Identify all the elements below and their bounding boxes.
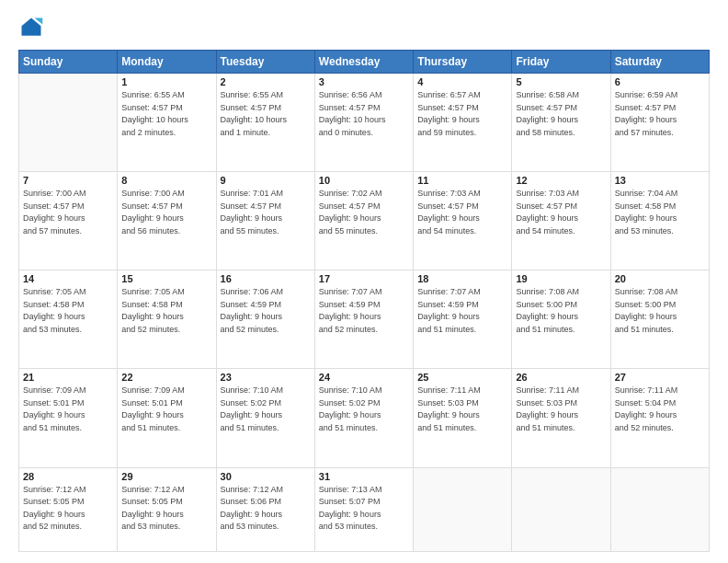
day-number: 7 [23,175,113,186]
day-number: 26 [516,372,606,383]
day-number: 31 [319,471,409,482]
day-number: 2 [221,76,311,87]
day-cell: 14Sunrise: 7:05 AM Sunset: 4:58 PM Dayli… [19,270,118,369]
day-number: 19 [516,273,606,284]
day-info: Sunrise: 7:11 AM Sunset: 5:03 PM Dayligh… [417,385,507,434]
day-info: Sunrise: 7:00 AM Sunset: 4:57 PM Dayligh… [23,188,113,237]
day-info: Sunrise: 7:04 AM Sunset: 4:58 PM Dayligh… [615,188,705,237]
day-cell [512,467,610,551]
day-info: Sunrise: 7:03 AM Sunset: 4:57 PM Dayligh… [516,188,606,237]
day-number: 25 [417,372,507,383]
week-row-2: 14Sunrise: 7:05 AM Sunset: 4:58 PM Dayli… [19,270,710,369]
day-number: 20 [615,273,705,284]
calendar-table: SundayMondayTuesdayWednesdayThursdayFrid… [18,50,710,552]
day-cell: 26Sunrise: 7:11 AM Sunset: 5:03 PM Dayli… [512,369,610,467]
weekday-friday: Friday [512,51,610,74]
day-info: Sunrise: 7:05 AM Sunset: 4:58 PM Dayligh… [23,286,113,336]
day-cell: 9Sunrise: 7:01 AM Sunset: 4:57 PM Daylig… [216,172,314,270]
day-cell [19,74,118,172]
weekday-thursday: Thursday [414,51,512,74]
day-info: Sunrise: 6:57 AM Sunset: 4:57 PM Dayligh… [417,89,507,139]
day-cell: 20Sunrise: 7:08 AM Sunset: 5:00 PM Dayli… [610,270,709,369]
day-info: Sunrise: 7:02 AM Sunset: 4:57 PM Dayligh… [319,188,409,237]
day-cell: 19Sunrise: 7:08 AM Sunset: 5:00 PM Dayli… [512,270,610,369]
day-cell: 2Sunrise: 6:55 AM Sunset: 4:57 PM Daylig… [216,74,314,172]
day-cell: 31Sunrise: 7:13 AM Sunset: 5:07 PM Dayli… [314,467,413,551]
day-number: 1 [121,76,211,87]
day-info: Sunrise: 7:07 AM Sunset: 4:59 PM Dayligh… [319,286,409,336]
day-cell [610,467,709,551]
weekday-monday: Monday [118,51,216,74]
page: SundayMondayTuesdayWednesdayThursdayFrid… [0,0,728,563]
day-number: 28 [23,471,113,482]
day-cell: 13Sunrise: 7:04 AM Sunset: 4:58 PM Dayli… [610,172,709,270]
day-info: Sunrise: 7:10 AM Sunset: 5:02 PM Dayligh… [319,385,409,434]
day-info: Sunrise: 7:12 AM Sunset: 5:06 PM Dayligh… [221,484,311,534]
day-cell: 23Sunrise: 7:10 AM Sunset: 5:02 PM Dayli… [216,369,314,467]
weekday-sunday: Sunday [19,51,118,74]
week-row-0: 1Sunrise: 6:55 AM Sunset: 4:57 PM Daylig… [19,74,710,172]
day-info: Sunrise: 7:07 AM Sunset: 4:59 PM Dayligh… [417,286,507,336]
weekday-tuesday: Tuesday [216,51,314,74]
day-info: Sunrise: 7:03 AM Sunset: 4:57 PM Dayligh… [417,188,507,237]
day-number: 9 [221,175,311,186]
day-info: Sunrise: 7:08 AM Sunset: 5:00 PM Dayligh… [615,286,705,336]
day-number: 27 [615,372,705,383]
day-info: Sunrise: 7:12 AM Sunset: 5:05 PM Dayligh… [23,484,113,534]
day-cell: 1Sunrise: 6:55 AM Sunset: 4:57 PM Daylig… [118,74,216,172]
day-number: 4 [417,76,507,87]
day-cell: 6Sunrise: 6:59 AM Sunset: 4:57 PM Daylig… [610,74,709,172]
weekday-saturday: Saturday [610,51,709,74]
week-row-4: 28Sunrise: 7:12 AM Sunset: 5:05 PM Dayli… [19,467,710,551]
day-info: Sunrise: 7:09 AM Sunset: 5:01 PM Dayligh… [23,385,113,434]
day-cell: 4Sunrise: 6:57 AM Sunset: 4:57 PM Daylig… [414,74,512,172]
day-info: Sunrise: 7:12 AM Sunset: 5:05 PM Dayligh… [121,484,211,534]
day-cell: 18Sunrise: 7:07 AM Sunset: 4:59 PM Dayli… [414,270,512,369]
day-info: Sunrise: 7:08 AM Sunset: 5:00 PM Dayligh… [516,286,606,336]
day-number: 21 [23,372,113,383]
day-number: 12 [516,175,606,186]
day-cell: 11Sunrise: 7:03 AM Sunset: 4:57 PM Dayli… [414,172,512,270]
weekday-wednesday: Wednesday [314,51,413,74]
day-cell: 27Sunrise: 7:11 AM Sunset: 5:04 PM Dayli… [610,369,709,467]
day-info: Sunrise: 7:01 AM Sunset: 4:57 PM Dayligh… [221,188,311,237]
day-number: 6 [615,76,705,87]
day-info: Sunrise: 7:10 AM Sunset: 5:02 PM Dayligh… [221,385,311,434]
day-number: 23 [221,372,311,383]
day-cell: 30Sunrise: 7:12 AM Sunset: 5:06 PM Dayli… [216,467,314,551]
day-info: Sunrise: 6:59 AM Sunset: 4:57 PM Dayligh… [615,89,705,139]
day-number: 22 [121,372,211,383]
day-info: Sunrise: 6:55 AM Sunset: 4:57 PM Dayligh… [121,89,211,139]
day-number: 30 [221,471,311,482]
day-cell: 29Sunrise: 7:12 AM Sunset: 5:05 PM Dayli… [118,467,216,551]
header [18,15,710,40]
day-info: Sunrise: 6:56 AM Sunset: 4:57 PM Dayligh… [319,89,409,139]
day-number: 15 [121,273,211,284]
day-number: 3 [319,76,409,87]
day-cell: 3Sunrise: 6:56 AM Sunset: 4:57 PM Daylig… [314,74,413,172]
day-cell: 16Sunrise: 7:06 AM Sunset: 4:59 PM Dayli… [216,270,314,369]
day-number: 18 [417,273,507,284]
day-cell: 17Sunrise: 7:07 AM Sunset: 4:59 PM Dayli… [314,270,413,369]
week-row-3: 21Sunrise: 7:09 AM Sunset: 5:01 PM Dayli… [19,369,710,467]
day-info: Sunrise: 7:00 AM Sunset: 4:57 PM Dayligh… [121,188,211,237]
day-number: 17 [319,273,409,284]
day-cell: 7Sunrise: 7:00 AM Sunset: 4:57 PM Daylig… [19,172,118,270]
day-info: Sunrise: 7:05 AM Sunset: 4:58 PM Dayligh… [121,286,211,336]
day-number: 11 [417,175,507,186]
day-cell: 22Sunrise: 7:09 AM Sunset: 5:01 PM Dayli… [118,369,216,467]
day-number: 29 [121,471,211,482]
logo [18,15,48,40]
day-cell: 28Sunrise: 7:12 AM Sunset: 5:05 PM Dayli… [19,467,118,551]
day-info: Sunrise: 7:11 AM Sunset: 5:04 PM Dayligh… [615,385,705,434]
day-number: 16 [221,273,311,284]
day-cell: 5Sunrise: 6:58 AM Sunset: 4:57 PM Daylig… [512,74,610,172]
day-number: 10 [319,175,409,186]
day-cell: 15Sunrise: 7:05 AM Sunset: 4:58 PM Dayli… [118,270,216,369]
day-info: Sunrise: 6:58 AM Sunset: 4:57 PM Dayligh… [516,89,606,139]
day-cell [414,467,512,551]
day-info: Sunrise: 7:06 AM Sunset: 4:59 PM Dayligh… [221,286,311,336]
day-cell: 8Sunrise: 7:00 AM Sunset: 4:57 PM Daylig… [118,172,216,270]
day-cell: 24Sunrise: 7:10 AM Sunset: 5:02 PM Dayli… [314,369,413,467]
day-cell: 12Sunrise: 7:03 AM Sunset: 4:57 PM Dayli… [512,172,610,270]
